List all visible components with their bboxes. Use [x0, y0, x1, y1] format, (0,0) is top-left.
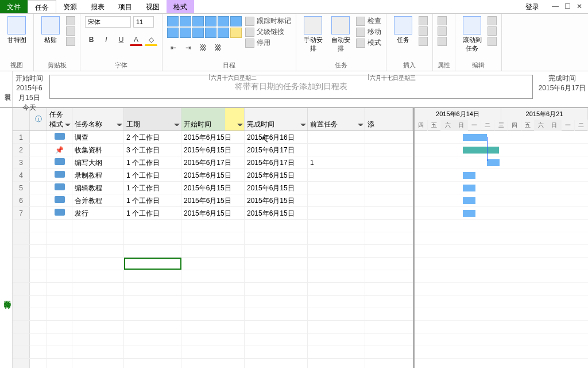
cell-duration[interactable]: 1 个工作日	[124, 194, 181, 206]
col-duration[interactable]: 工期	[124, 108, 181, 131]
window-minimize-icon[interactable]: —	[552, 2, 559, 11]
window-close-icon[interactable]: ✕	[577, 2, 582, 11]
tab-report[interactable]: 报表	[84, 0, 111, 13]
cell-start[interactable]: 2015年6月15日	[181, 194, 245, 206]
gantt-bar[interactable]	[463, 147, 499, 154]
notes-button[interactable]	[438, 26, 447, 36]
col-mode[interactable]: 任务模式	[47, 108, 72, 131]
cell-duration[interactable]: 3 个工作日	[124, 144, 181, 156]
table-row[interactable]	[13, 232, 413, 245]
col-name[interactable]: 任务名称	[72, 108, 124, 131]
row-number[interactable]	[13, 232, 30, 244]
login-link[interactable]: 登录	[519, 0, 546, 13]
cell-info[interactable]	[30, 169, 47, 181]
col-predecessor[interactable]: 前置任务	[308, 108, 365, 131]
tab-view[interactable]: 视图	[139, 0, 167, 13]
window-restore-icon[interactable]: ☐	[564, 2, 571, 11]
row-number[interactable]	[13, 346, 30, 358]
cut-button[interactable]	[66, 16, 75, 25]
cell-info[interactable]	[30, 131, 47, 143]
cell-duration[interactable]: 1 个工作日	[124, 207, 181, 219]
cell-start[interactable]: 2015年6月15日	[181, 169, 245, 181]
cell-name[interactable]: 编辑教程	[72, 182, 124, 194]
col-start[interactable]: 开始时间	[181, 108, 245, 131]
row-number[interactable]	[13, 270, 30, 282]
cell-end[interactable]: 2015年6月15日	[245, 194, 308, 206]
table-row[interactable]: 4录制教程1 个工作日2015年6月15日2015年6月15日	[13, 169, 413, 182]
bold-button[interactable]: B	[85, 33, 98, 46]
cell-info[interactable]	[30, 194, 47, 206]
table-row[interactable]	[13, 245, 413, 258]
table-row[interactable]	[13, 296, 413, 308]
row-number[interactable]	[13, 245, 30, 257]
table-row[interactable]: 5编辑教程1 个工作日2015年6月15日2015年6月15日	[13, 182, 413, 194]
cell-start[interactable]: 2015年6月15日	[181, 207, 245, 219]
table-row[interactable]: 3编写大纲1 个工作日2015年6月17日2015年6月17日1	[13, 156, 413, 169]
cell-predecessor[interactable]	[308, 144, 365, 156]
cell-start[interactable]: 2015年6月15日	[181, 182, 245, 194]
cell-start[interactable]: 2015年6月15日	[181, 131, 245, 143]
cell-info[interactable]	[30, 182, 47, 194]
cell-end[interactable]: 2015年6月17日	[245, 144, 308, 156]
inspect-button[interactable]: 检查	[356, 16, 381, 26]
cell-duration[interactable]	[124, 308, 181, 320]
row-number[interactable]: 1	[13, 131, 30, 143]
cell-mode[interactable]	[47, 207, 72, 219]
table-row[interactable]	[13, 220, 413, 232]
cell-end[interactable]: 2015年6月15日	[245, 182, 308, 194]
timeline-bar[interactable]: 六月十六日星期二 六月十七日星期三 将带有日期的任务添加到日程表	[49, 75, 533, 99]
table-row[interactable]: 7发行1 个工作日2015年6月15日2015年6月15日	[13, 207, 413, 220]
manual-schedule-button[interactable]: 手动安排	[301, 16, 325, 53]
table-row[interactable]	[13, 346, 413, 359]
cell-name[interactable]: 调查	[72, 131, 124, 143]
track-marker-button[interactable]: 跟踪时标记	[245, 16, 291, 26]
cell-duration[interactable]	[124, 283, 181, 295]
fill-color-button[interactable]: ◇	[145, 33, 157, 46]
row-number[interactable]	[13, 220, 30, 232]
cell-name[interactable]: 收集资料	[72, 144, 124, 156]
font-family-select[interactable]	[85, 16, 131, 28]
col-info[interactable]: ⓘ	[30, 108, 47, 131]
tab-format[interactable]: 格式	[167, 0, 194, 13]
col-add[interactable]: 添	[365, 108, 413, 131]
row-number[interactable]	[13, 321, 30, 333]
fill-button[interactable]	[488, 37, 497, 46]
insert-task-button[interactable]: 任务	[391, 16, 415, 44]
table-row[interactable]	[13, 308, 413, 321]
cell-start[interactable]: 2015年6月15日	[181, 144, 245, 156]
table-row[interactable]	[13, 258, 413, 270]
scroll-to-task-button[interactable]: 滚动到任务	[460, 16, 484, 53]
row-number[interactable]: 4	[13, 169, 30, 181]
cell-duration[interactable]	[124, 232, 181, 244]
info-button[interactable]	[438, 16, 447, 25]
progress-preset-grid[interactable]	[167, 16, 242, 38]
respect-links-button[interactable]: 父级链接	[245, 27, 291, 37]
auto-schedule-button[interactable]: 自动安排	[328, 16, 353, 53]
cell-mode[interactable]	[47, 156, 72, 168]
cell-name[interactable]: 编写大纲	[72, 156, 124, 168]
cell-predecessor[interactable]	[308, 169, 365, 181]
cell-info[interactable]	[30, 156, 47, 168]
underline-button[interactable]: U	[115, 33, 127, 46]
font-color-button[interactable]: A	[130, 33, 142, 46]
table-row[interactable]	[13, 321, 413, 334]
row-number[interactable]: 5	[13, 182, 30, 194]
cell-predecessor[interactable]	[308, 182, 365, 194]
cell-predecessor[interactable]: 1	[308, 156, 365, 168]
insert-deliverable-button[interactable]	[419, 37, 428, 46]
cell-info[interactable]	[30, 207, 47, 219]
cell-duration[interactable]: 1 个工作日	[124, 169, 181, 181]
row-number[interactable]	[13, 258, 30, 270]
cell-end[interactable]: 2015年6月15日	[245, 169, 308, 181]
cell-info[interactable]	[30, 144, 47, 156]
cell-mode[interactable]	[47, 194, 72, 206]
indent-button[interactable]: ⇥	[182, 41, 195, 54]
disable-button[interactable]: 停用	[245, 38, 291, 48]
gantt-view-button[interactable]: 甘特图	[5, 16, 29, 44]
row-number[interactable]: 2	[13, 144, 30, 156]
cell-duration[interactable]: 1 个工作日	[124, 182, 181, 194]
cell-predecessor[interactable]	[308, 194, 365, 206]
gantt-bar[interactable]	[463, 134, 487, 141]
row-number[interactable]	[13, 308, 30, 320]
tab-project[interactable]: 项目	[111, 0, 139, 13]
